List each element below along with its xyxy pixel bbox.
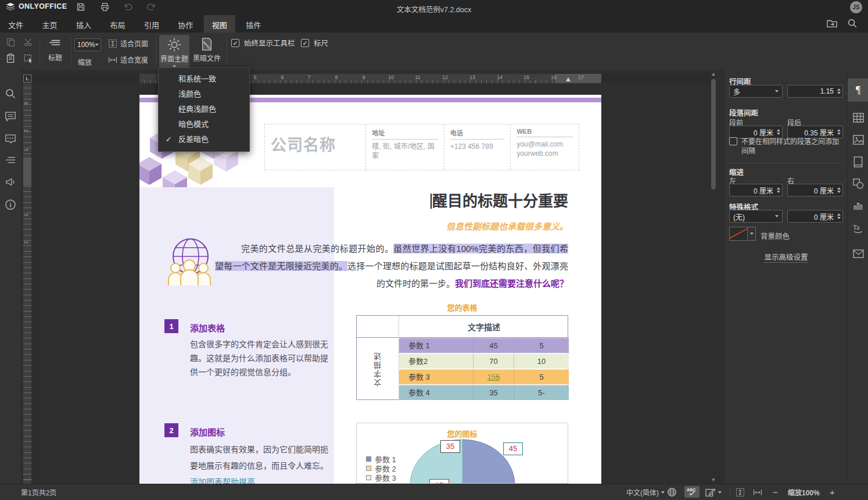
- fit-width-button[interactable]: 适合宽度: [108, 55, 148, 65]
- avatar[interactable]: JS: [850, 1, 862, 13]
- special-indent-select[interactable]: (无): [729, 210, 783, 223]
- headings-button[interactable]: 标题: [43, 38, 67, 62]
- dark-document-icon: [200, 37, 213, 51]
- ruler-checkbox[interactable]: ✓ 标尺: [301, 37, 328, 48]
- tab-collaboration[interactable]: 协作: [170, 15, 201, 35]
- document-page[interactable]: 公司名称 地址 楼, 街, 城市/地区, 国家 电话 +123 456 789 …: [139, 95, 601, 484]
- undo-button[interactable]: [123, 2, 134, 13]
- navigation-button[interactable]: [0, 150, 21, 171]
- table-settings-tab[interactable]: [848, 107, 868, 128]
- fit-page-button[interactable]: [736, 484, 745, 500]
- special-indent-spinner[interactable]: 0 厘米: [787, 210, 843, 223]
- copy-button[interactable]: [6, 37, 16, 47]
- pie-chart[interactable]: 您的图标 参数 1 参数 2 参数 3 35 45 15: [356, 423, 568, 484]
- theme-option-system[interactable]: 和系统一致: [159, 72, 249, 87]
- scroll-down-icon[interactable]: ▼: [710, 477, 717, 484]
- scrollbar-thumb[interactable]: [711, 79, 716, 190]
- theme-option-contrast-dark[interactable]: ✓反差暗色: [159, 132, 249, 147]
- tab-insert[interactable]: 插入: [68, 15, 99, 35]
- redo-button[interactable]: [146, 2, 157, 13]
- zoom-out-button[interactable]: −: [773, 484, 778, 500]
- image-settings-tab[interactable]: [848, 129, 868, 150]
- tab-file[interactable]: 文件: [0, 15, 31, 35]
- zoom-select[interactable]: 100%: [74, 38, 101, 51]
- cut-button[interactable]: [23, 37, 34, 47]
- select-all-button[interactable]: [23, 53, 34, 63]
- chat-button[interactable]: [0, 128, 21, 149]
- track-changes-button[interactable]: [705, 484, 722, 500]
- tab-layout[interactable]: 布局: [102, 15, 133, 35]
- status-bar: 第1页共2页 中文(简体) ABC − 缩放100% +: [0, 484, 868, 500]
- indent-right-spinner[interactable]: 0 厘米: [787, 184, 843, 197]
- interface-theme-menu: 和系统一致 浅颜色 经典浅颜色 暗色模式 ✓反差暗色: [158, 67, 250, 152]
- paragraph-settings-tab[interactable]: ¶: [848, 78, 868, 102]
- scroll-up-icon[interactable]: ▲: [710, 71, 717, 78]
- save-button[interactable]: [76, 2, 87, 13]
- fit-page-button[interactable]: 适合页面: [108, 38, 148, 48]
- ruler-band: [23, 83, 31, 484]
- spacing-before-spinner[interactable]: 0 厘米: [729, 126, 783, 138]
- ruler-number: 2: [23, 241, 29, 244]
- tab-view[interactable]: 视图: [204, 15, 235, 35]
- spinner-arrows-icon[interactable]: [835, 129, 842, 135]
- theme-option-classic-light[interactable]: 经典浅颜色: [159, 102, 249, 117]
- fit-width-button[interactable]: [753, 484, 762, 500]
- vertical-ruler[interactable]: 3 2 1 1 2: [23, 83, 31, 484]
- open-file-location-button[interactable]: [826, 18, 838, 30]
- mail-merge-tab[interactable]: [848, 243, 868, 264]
- indent-marker[interactable]: [566, 77, 571, 81]
- theme-option-dark[interactable]: 暗色模式: [159, 117, 249, 132]
- line-spacing-value-spinner[interactable]: 1.15: [787, 85, 843, 98]
- language-selector[interactable]: 中文(简体): [626, 484, 665, 500]
- tab-home[interactable]: 主页: [34, 15, 65, 35]
- same-style-checkbox[interactable]: ✓ 不要在相同样式的段落之间添加间隔: [729, 137, 843, 156]
- zoom-in-button[interactable]: +: [830, 484, 835, 500]
- search-button[interactable]: [847, 18, 859, 30]
- spinner-arrows-icon[interactable]: [835, 88, 842, 94]
- find-button[interactable]: [0, 83, 21, 104]
- shape-settings-tab[interactable]: [848, 173, 868, 194]
- company-header-table[interactable]: 公司名称 地址 楼, 街, 城市/地区, 国家 电话 +123 456 789 …: [264, 124, 579, 170]
- ruler-corner[interactable]: L: [23, 74, 31, 83]
- horizontal-ruler[interactable]: 3 4 5 6 7 8 9 10 11 12 13 14 15 16 17: [34, 74, 710, 83]
- spinner-arrows-icon[interactable]: [835, 213, 842, 219]
- interface-theme-button[interactable]: 界面主题: [159, 35, 189, 67]
- spinner-arrows-icon[interactable]: [835, 187, 842, 193]
- always-show-toolbar-checkbox[interactable]: ✓ 始终显示工具栏: [231, 37, 295, 48]
- spinner-arrows-icon[interactable]: [775, 129, 782, 135]
- about-button[interactable]: [0, 194, 21, 215]
- theme-option-light[interactable]: 浅颜色: [159, 87, 249, 102]
- ruler-number: 10: [388, 74, 394, 80]
- comments-button[interactable]: [0, 106, 21, 127]
- ruler-number: 13: [469, 74, 475, 80]
- header-footer-settings-tab[interactable]: [848, 151, 868, 172]
- redo-icon: [146, 2, 156, 11]
- spacing-after-spinner[interactable]: 0.35 厘米: [787, 126, 843, 138]
- feedback-button[interactable]: [0, 172, 21, 192]
- chevron-down-icon: [775, 90, 779, 92]
- advanced-settings-link[interactable]: 显示高级设置: [724, 251, 848, 262]
- line-spacing-type-select[interactable]: 多: [729, 85, 783, 98]
- document-workspace[interactable]: L 3 4 5 6 7 8 9 10 11 12 13 14 15 16 17 …: [21, 70, 717, 484]
- content-table[interactable]: 文字描述 文字描述 参数 1 45 5 参数2 70 10 参数 3 155 5…: [356, 315, 568, 400]
- vertical-scrollbar[interactable]: ▲ ▼: [710, 71, 717, 484]
- table-caption: 您的表格: [356, 302, 568, 313]
- document-link[interactable]: 添加图表帮助提高: [190, 477, 255, 484]
- text-art-settings-tab[interactable]: Ta: [848, 217, 868, 238]
- background-color-picker[interactable]: [729, 227, 756, 241]
- spinner-arrows-icon[interactable]: [775, 187, 782, 193]
- print-button[interactable]: [100, 2, 110, 13]
- table-row-header: 文字描述: [372, 352, 383, 387]
- tab-references[interactable]: 引用: [136, 15, 167, 35]
- paste-button[interactable]: [6, 53, 16, 63]
- tab-plugins[interactable]: 插件: [238, 15, 269, 35]
- document-language-button[interactable]: [667, 484, 677, 500]
- chart-settings-tab[interactable]: [848, 195, 868, 216]
- page-indicator[interactable]: 第1页共2页: [21, 484, 56, 500]
- indent-left-spinner[interactable]: 0 厘米: [729, 184, 783, 197]
- shapes-icon: [853, 178, 864, 189]
- dark-document-button[interactable]: 黑暗文件: [192, 37, 222, 63]
- spell-check-button[interactable]: ABC: [684, 486, 700, 498]
- zoom-indicator[interactable]: 缩放100%: [788, 484, 820, 500]
- table-row: 参数 4 35 5-: [399, 385, 569, 400]
